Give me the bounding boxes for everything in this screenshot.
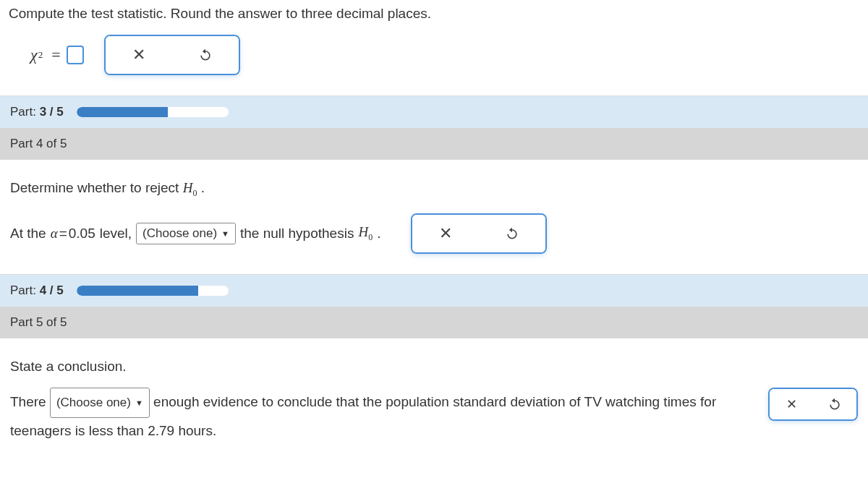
there-text: There: [10, 394, 50, 409]
undo-icon: [198, 48, 213, 62]
prompt-prefix-text: Determine whether to reject: [10, 180, 183, 195]
part-label-value-4: 4 / 5: [40, 283, 64, 297]
part4-prompt: Determine whether to reject H0 .: [10, 180, 858, 199]
part-label-prefix-4: Part:: [10, 283, 40, 297]
clear-button[interactable]: ✕: [106, 36, 172, 74]
progress-bar-3: Part: 3 / 5: [0, 96, 868, 128]
period-2: .: [377, 226, 380, 242]
dropdown-label: (Choose one): [142, 226, 217, 241]
progress-track: [77, 107, 229, 117]
answer-tools-part4: ✕: [411, 213, 547, 254]
close-icon: ✕: [132, 46, 145, 64]
answer-tools: ✕: [104, 35, 240, 75]
conclusion-text-1: enough evidence to conclude that the pop…: [150, 394, 716, 409]
clear-button-5[interactable]: ✕: [770, 389, 813, 419]
level-text: level,: [100, 226, 132, 242]
at-the-text: At the: [10, 226, 46, 242]
close-icon: ✕: [786, 396, 797, 412]
undo-button-5[interactable]: [813, 389, 856, 419]
progress-fill-4: [77, 286, 198, 296]
conclusion-value: 2.79: [148, 423, 174, 438]
progress-bar-4: Part: 4 / 5: [0, 275, 868, 307]
chevron-down-icon: ▼: [135, 396, 143, 411]
chi-square-expression: χ2=: [30, 46, 84, 64]
part5-sentence: There (Choose one) ▼ enough evidence to …: [10, 388, 741, 444]
conclusion-dropdown[interactable]: (Choose one) ▼: [50, 388, 150, 418]
dropdown-label-5: (Choose one): [56, 391, 131, 414]
null-hypothesis-text: the null hypothesis: [240, 226, 354, 242]
undo-icon: [827, 397, 842, 411]
part-label-value: 3 / 5: [40, 105, 64, 119]
part5-header: Part 5 of 5: [0, 307, 868, 338]
reject-dropdown[interactable]: (Choose one) ▼: [136, 223, 236, 244]
conclusion-text-2a: teenagers is less than: [10, 423, 148, 438]
undo-icon: [505, 226, 519, 241]
undo-button[interactable]: [172, 36, 239, 74]
h0-symbol-2: H0: [358, 224, 373, 243]
progress-fill-3: [77, 107, 168, 117]
part4-answer-line: At the α=0.05 level, (Choose one) ▼ the …: [10, 213, 858, 254]
conclusion-text-2b: hours.: [174, 423, 216, 438]
part4-header: Part 4 of 5: [0, 128, 868, 160]
period: .: [197, 180, 205, 195]
progress-track-4: [77, 286, 229, 296]
undo-button-4[interactable]: [479, 215, 545, 252]
chevron-down-icon: ▼: [221, 229, 229, 238]
part5-prompt: State a conclusion.: [10, 359, 858, 375]
clear-button-4[interactable]: ✕: [412, 215, 479, 252]
compute-prompt: Compute the test statistic. Round the an…: [0, 0, 868, 26]
alpha-value: 0.05: [69, 226, 95, 241]
alpha-expression: α=0.05: [51, 226, 95, 242]
h0-symbol: H0: [183, 180, 197, 195]
chi-square-input[interactable]: [67, 46, 84, 64]
close-icon: ✕: [439, 224, 452, 243]
part-label-prefix: Part:: [10, 105, 40, 119]
answer-tools-part5: ✕: [768, 388, 858, 421]
